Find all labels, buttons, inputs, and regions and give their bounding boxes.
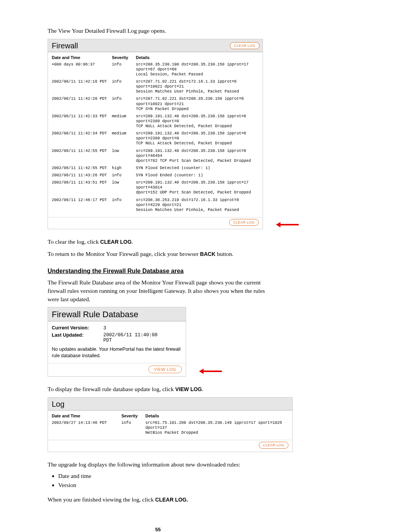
section-heading-frd: Understanding the Firewall Rule Database… xyxy=(48,268,268,275)
arrow-shaft-icon xyxy=(280,224,299,225)
clear-instruction: To clear the log, click CLEAR LOG. xyxy=(48,238,268,246)
col-header-details: Details xyxy=(145,413,288,420)
arrow-head-icon xyxy=(276,222,280,227)
cell-det: src=207.71.92.221 dst=208.35.230.158 ipp… xyxy=(136,96,259,113)
arrow-shaft-icon xyxy=(204,371,222,372)
cell-dt: 2002/06/11 11:42:55 PDT xyxy=(52,148,112,165)
upgrade-desc: The upgrade log displays the following i… xyxy=(48,460,268,469)
value-current-version: 3 xyxy=(103,326,106,331)
cell-dt: 2002/09/27 14:13:46 PDT xyxy=(52,420,121,437)
table-row: 2002/06/11 11:42:55 PDTlowsrc=209.191.13… xyxy=(52,148,259,165)
no-updates-text: No updates available. Your HomePortal ha… xyxy=(52,346,182,359)
text: . xyxy=(202,386,204,392)
cell-det: SYN Flood Ended (counter: 1) xyxy=(136,172,259,179)
frd-description: The Firewall Rule Database area of the M… xyxy=(48,278,268,303)
viewlog-instruction: To display the firewall rule database up… xyxy=(48,385,268,393)
firewall-panel-body: Date and Time Severity Details +000 days… xyxy=(48,52,263,217)
cell-dt: 2002/06/11 11:42:55 PDT xyxy=(52,165,112,172)
list-item: Date and time xyxy=(58,473,268,479)
list-item: Version xyxy=(58,482,268,489)
cell-det: src=208.35.230.190 dst=208.35.230.158 ip… xyxy=(136,61,259,78)
clear-log-button-top[interactable]: CLEAR LOG xyxy=(230,42,260,49)
firewall-panel-title-bar: Firewall CLEAR LOG xyxy=(48,39,263,52)
cell-sev: medium xyxy=(112,130,136,147)
log-body: Date and Time Severity Details 2002/09/2… xyxy=(48,411,292,440)
log-title: Log xyxy=(48,398,292,411)
cell-sev: high xyxy=(112,165,136,172)
cell-det: src=209.191.132.40 dst=208.35.230.158 ip… xyxy=(136,179,259,197)
text: To clear the log, click xyxy=(48,238,100,245)
cell-dt: 2002/06/11 11:43:26 PDT xyxy=(52,172,112,179)
text-bold: BACK xyxy=(200,251,215,257)
cell-sev: info xyxy=(112,172,136,179)
cell-sev: info xyxy=(112,96,136,113)
cell-sev: info xyxy=(112,78,136,96)
text-bold: VIEW LOG xyxy=(175,386,202,392)
log-footer: CLEAR LOG xyxy=(48,440,292,452)
table-row: 2002/06/11 11:43:26 PDTinfoSYN Flood End… xyxy=(52,172,259,179)
intro-text: The View Your Detailed Firewall Log page… xyxy=(48,27,268,35)
finish-instruction: When you are finished viewing the log, c… xyxy=(48,495,268,504)
text: When you are finished viewing the log, c… xyxy=(48,496,155,503)
frd-panel-wrap: Firewall Rule Database Current Version: … xyxy=(48,307,268,377)
table-row: +000 days 00:06:37infosrc=208.35.230.190… xyxy=(52,61,259,78)
text-bold: CLEAR LOG xyxy=(100,239,131,245)
cell-sev: low xyxy=(112,179,136,197)
cell-sev: medium xyxy=(112,113,136,130)
document-page: The View Your Detailed Firewall Log page… xyxy=(0,0,316,532)
clear-log-button-bottom[interactable]: CLEAR LOG xyxy=(229,219,259,226)
firewall-log-table: Date and Time Severity Details +000 days… xyxy=(52,54,259,214)
cell-det: src=61.75.101.209 dst=208.35.230.149 ipp… xyxy=(145,420,288,437)
text: To return to the Monitor Your Firewall p… xyxy=(48,251,200,257)
kv-current-version: Current Version: 3 xyxy=(52,325,182,331)
table-row: 2002/09/27 14:13:46 PDTinfosrc=61.75.101… xyxy=(52,420,288,437)
table-row: 2002/06/11 12:46:17 PDTinfosrc=208.36.25… xyxy=(52,197,259,214)
table-row: 2002/06/11 11:43:51 PDTlowsrc=209.191.13… xyxy=(52,179,259,197)
frd-title: Firewall Rule Database xyxy=(48,307,186,321)
text-bold: CLEAR LOG. xyxy=(155,497,188,503)
cell-det: src=209.191.132.40 dst=208.35.230.158 ip… xyxy=(136,148,259,165)
cell-det: src=209.191.132.40 dst=208.35.230.158 ip… xyxy=(136,130,259,147)
cell-det: src=207.71.92.221 dst=172.16.1.33 ipprot… xyxy=(136,78,259,96)
frd-panel: Firewall Rule Database Current Version: … xyxy=(48,307,186,377)
firewall-panel-footer: CLEAR LOG xyxy=(48,217,263,229)
cell-dt: +000 days 00:06:37 xyxy=(52,61,112,78)
table-row: 2002/06/11 11:42:33 PDTmediumsrc=209.191… xyxy=(52,113,259,130)
frd-footer: VIEW LOG xyxy=(48,363,186,376)
table-row: 2002/06/11 11:42:34 PDTmediumsrc=209.191… xyxy=(52,130,259,147)
label-current-version: Current Version: xyxy=(52,325,102,331)
text: . xyxy=(132,238,133,245)
cell-det: SYN Flood Detected (counter: 1) xyxy=(136,165,259,172)
cell-sev: info xyxy=(121,420,145,437)
table-row: 2002/06/11 11:42:20 PDTinfosrc=207.71.92… xyxy=(52,96,259,113)
cell-dt: 2002/06/11 11:42:34 PDT xyxy=(52,130,112,147)
table-header-row: Date and Time Severity Details xyxy=(52,413,288,420)
log-panel: Log Date and Time Severity Details 2002/… xyxy=(48,397,293,452)
col-header-datetime: Date and Time xyxy=(52,54,112,61)
arrow-head-icon xyxy=(199,369,204,374)
cell-dt: 2002/06/11 12:46:17 PDT xyxy=(52,197,112,214)
clear-log-button[interactable]: CLEAR LOG xyxy=(259,442,288,449)
cell-sev: info xyxy=(112,61,136,78)
text: button. xyxy=(215,251,233,257)
kv-last-updated: Last Updated: 2002/06/11 11:40:08 PDT xyxy=(52,332,182,343)
table-row: 2002/06/11 11:42:55 PDThighSYN Flood Det… xyxy=(52,165,259,172)
bullet-list: Date and time Version xyxy=(58,473,268,489)
frd-body: Current Version: 3 Last Updated: 2002/06… xyxy=(48,321,186,363)
cell-sev: info xyxy=(112,197,136,214)
cell-dt: 2002/06/11 11:43:51 PDT xyxy=(52,179,112,197)
label-last-updated: Last Updated: xyxy=(52,332,102,338)
text: To display the firewall rule database up… xyxy=(48,386,175,392)
cell-dt: 2002/06/11 11:42:16 PDT xyxy=(52,78,112,96)
table-header-row: Date and Time Severity Details xyxy=(52,54,259,61)
col-header-severity: Severity xyxy=(121,413,145,420)
back-instruction: To return to the Monitor Your Firewall p… xyxy=(48,250,268,258)
cell-sev: low xyxy=(112,148,136,165)
callout-arrow-icon xyxy=(276,222,299,227)
view-log-button[interactable]: VIEW LOG xyxy=(148,366,182,373)
value-last-updated: 2002/06/11 11:40:08 PDT xyxy=(103,332,158,343)
col-header-datetime: Date and Time xyxy=(52,413,121,420)
firewall-panel-wrap: Firewall CLEAR LOG Date and Time Severit… xyxy=(48,39,268,229)
cell-det: src=208.36.253.219 dst=172.16.1.33 ippro… xyxy=(136,197,259,214)
firewall-title: Firewall xyxy=(52,42,78,50)
